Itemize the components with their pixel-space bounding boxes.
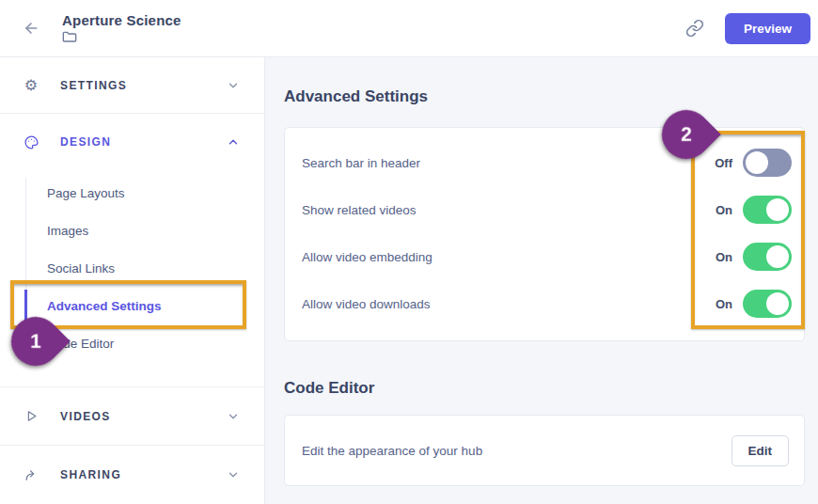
page-title: Aperture Science: [62, 12, 181, 28]
advanced-settings-heading: Advanced Settings: [284, 86, 805, 108]
toggle-state-label: On: [716, 250, 732, 264]
sidebar-item-social-links[interactable]: Social Links: [0, 249, 264, 287]
sidebar-section-label: DESIGN: [60, 135, 227, 149]
sidebar-item-images[interactable]: Images: [0, 212, 264, 249]
sidebar-section-sharing[interactable]: SHARING: [0, 445, 264, 504]
link-icon: [685, 19, 704, 38]
back-button[interactable]: [15, 12, 47, 44]
copy-link-button[interactable]: [678, 11, 712, 45]
share-icon: [23, 466, 39, 483]
sidebar: ⚙ SETTINGS DESIGN Page Layouts Images: [0, 57, 265, 504]
app-window: Aperture Science Preview ⚙ SETTINGS: [0, 0, 818, 504]
chevron-down-icon: [227, 79, 240, 92]
toggle-knob: [746, 151, 768, 174]
edit-button[interactable]: Edit: [731, 435, 790, 466]
sidebar-section-settings[interactable]: ⚙ SETTINGS: [0, 57, 264, 114]
toggle-state-label: On: [716, 297, 732, 311]
sidebar-item-code-editor[interactable]: Code Editor: [0, 324, 264, 362]
hub-title-block: Aperture Science: [62, 12, 181, 44]
toggle-state-label: Off: [715, 156, 732, 170]
toggle-state-label: On: [716, 203, 732, 217]
folder-icon: [62, 30, 181, 44]
sidebar-section-videos[interactable]: VIDEOS: [0, 386, 264, 445]
video-embedding-toggle[interactable]: [743, 243, 792, 271]
setting-label: Show related videos: [302, 203, 716, 217]
setting-label: Allow video downloads: [302, 297, 716, 311]
search-bar-toggle[interactable]: [743, 149, 792, 177]
advanced-settings-card: Search bar in header Off Show related vi…: [284, 127, 805, 341]
preview-button[interactable]: Preview: [725, 13, 810, 44]
back-arrow-icon: [22, 19, 40, 38]
sidebar-item-page-layouts[interactable]: Page Layouts: [0, 174, 264, 212]
setting-row-video-downloads: Allow video downloads On: [285, 280, 804, 327]
setting-row-search-bar: Search bar in header Off: [285, 139, 804, 186]
palette-icon: [23, 134, 39, 150]
gear-icon: ⚙: [23, 77, 39, 94]
sidebar-section-label: SETTINGS: [60, 79, 227, 92]
sidebar-section-label: VIDEOS: [60, 410, 227, 423]
chevron-down-icon: [227, 468, 240, 481]
sidebar-section-label: SHARING: [60, 468, 227, 481]
setting-label: Search bar in header: [302, 156, 715, 170]
design-submenu: Page Layouts Images Social Links Advance…: [0, 170, 264, 386]
sidebar-section-design[interactable]: DESIGN: [0, 114, 264, 170]
setting-row-video-embedding: Allow video embedding On: [285, 233, 804, 280]
code-editor-label: Edit the appearance of your hub: [302, 444, 731, 458]
toggle-knob: [766, 198, 789, 221]
play-icon: [23, 408, 39, 425]
main-content: Advanced Settings Search bar in header O…: [265, 57, 818, 504]
related-videos-toggle[interactable]: [743, 196, 792, 224]
top-header: Aperture Science Preview: [0, 0, 818, 57]
code-editor-card: Edit the appearance of your hub Edit: [284, 415, 805, 486]
setting-row-related-videos: Show related videos On: [285, 186, 804, 233]
sidebar-item-advanced-settings[interactable]: Advanced Settings: [0, 287, 264, 324]
code-editor-heading: Code Editor: [284, 377, 805, 400]
chevron-down-icon: [227, 410, 240, 423]
toggle-knob: [766, 245, 789, 268]
video-downloads-toggle[interactable]: [743, 290, 792, 318]
chevron-up-icon: [227, 135, 240, 149]
setting-label: Allow video embedding: [302, 250, 716, 264]
toggle-knob: [766, 292, 789, 315]
